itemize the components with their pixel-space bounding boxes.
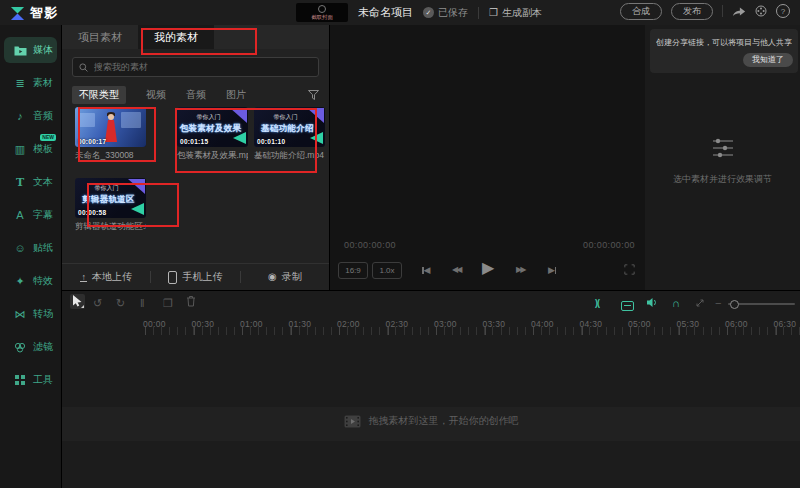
sidebar-item-material[interactable]: ≣ 素材 (4, 70, 57, 96)
search-box[interactable] (72, 57, 319, 77)
logo-icon (10, 6, 25, 21)
sparkle-icon: ✦ (13, 276, 27, 287)
asset-card[interactable]: 带你入门 包装素材及效果 00:01:15 包装素材及效果.mp4 (177, 107, 248, 162)
select-tool-button[interactable] (70, 294, 85, 309)
redo-icon[interactable]: ↻ (116, 296, 125, 310)
canvas-icon[interactable] (621, 300, 634, 314)
share-tooltip: 创建分享链接，可以将项目与他人共享 我知道了 (650, 29, 798, 73)
phone-icon (168, 271, 177, 284)
timeline-zoom-slider[interactable] (728, 303, 795, 305)
filter-video[interactable]: 视频 (146, 88, 166, 102)
cover-thumbnail-icon (318, 5, 326, 13)
duration-badge: 00:01:10 (257, 138, 285, 145)
phone-upload-button[interactable]: 手机上传 (151, 270, 239, 284)
project-title[interactable]: 未命名项目 (358, 5, 413, 20)
inspector-panel: 创建分享链接，可以将项目与他人共享 我知道了 选中素材并进行效果调节 (645, 25, 800, 290)
video-thumbnail-anchor[interactable]: 00:00:17 (75, 107, 146, 147)
zoom-out-icon[interactable]: − (715, 296, 721, 310)
sidebar-item-audio[interactable]: ♪ 音频 (4, 103, 57, 129)
tooltip-text: 创建分享链接，可以将项目与他人共享 (656, 37, 792, 48)
check-icon: ✓ (423, 7, 434, 18)
duplicate-button[interactable]: ❐ 生成副本 (489, 6, 542, 20)
saved-label: 已保存 (438, 6, 468, 20)
undo-icon[interactable]: ↺ (93, 296, 102, 310)
compose-button[interactable]: 合成 (620, 3, 662, 20)
split-icon[interactable]: ‖ (140, 296, 145, 310)
asset-card[interactable]: 带你入门 剪辑器轨道区 00:00:58 剪辑器轨道功能区.mp4 (75, 178, 146, 233)
sort-filter-icon[interactable] (308, 90, 319, 100)
duration-badge: 00:00:17 (78, 138, 106, 145)
asset-name: 未命名_330008 (75, 150, 146, 162)
topbar-actions: 合成 发布 ? (620, 3, 790, 20)
asset-card[interactable]: 00:00:17 未命名_330008 (75, 107, 146, 162)
sidebar: 媒体 ≣ 素材 ♪ 音频 ▥ 模板 NEW T 文本 A 字幕 ☺ 贴纸 ✦ 特 (0, 25, 62, 488)
audio-wave-icon[interactable] (647, 297, 659, 308)
duration-badge: 00:00:58 (78, 209, 106, 216)
filter-circles-icon (13, 342, 27, 353)
sidebar-item-media[interactable]: 媒体 (4, 37, 57, 63)
skip-end-button[interactable]: ▶ (548, 265, 556, 275)
template-icon: ▥ (13, 144, 27, 155)
shortcut-keys-icon[interactable] (695, 298, 705, 308)
speed-button[interactable]: 1.0x (372, 262, 402, 279)
fullscreen-icon[interactable] (624, 264, 635, 275)
upload-icon: ↑ (80, 273, 87, 282)
search-input[interactable] (92, 61, 312, 73)
timeline-ruler[interactable]: 00:00 00:30 01:00 01:30 02:00 02:30 03:0… (62, 317, 800, 335)
filter-audio[interactable]: 音频 (186, 88, 206, 102)
project-header: 截取封面 未命名项目 ✓ 已保存 ❐ 生成副本 (296, 2, 542, 23)
sidebar-item-sticker[interactable]: ☺ 贴纸 (4, 235, 57, 261)
copy-icon: ❐ (489, 8, 498, 18)
timeline-empty-hint: 拖拽素材到这里，开始你的创作吧 (62, 414, 800, 428)
current-timecode: 00:00:00:00 (344, 240, 396, 250)
play-button[interactable]: ▶ (482, 258, 494, 277)
record-button[interactable]: ◉ 录制 (241, 270, 329, 284)
fast-forward-button[interactable]: ▶▶ (516, 265, 524, 274)
sidebar-item-template[interactable]: ▥ 模板 NEW (4, 136, 57, 162)
video-thumbnail-tutorial[interactable]: 带你入门 基础功能介绍 00:01:10 (254, 107, 325, 147)
sidebar-item-transition[interactable]: ⋈ 转场 (4, 301, 57, 327)
layers-icon: ≣ (13, 78, 27, 89)
help-icon[interactable]: ? (776, 4, 790, 18)
inspector-empty-state: 选中素材并进行效果调节 (645, 137, 800, 186)
trim-preview-icon[interactable]: )( (595, 296, 599, 310)
film-reel-icon[interactable] (755, 5, 767, 17)
skip-start-button[interactable]: ◀ (422, 265, 430, 275)
sidebar-item-tools[interactable]: 工具 (4, 367, 57, 393)
publish-button[interactable]: 发布 (671, 3, 713, 20)
record-icon: ◉ (268, 272, 277, 282)
video-thumbnail-tutorial[interactable]: 带你入门 剪辑器轨道区 00:00:58 (75, 178, 146, 218)
sidebar-item-subtitle[interactable]: A 字幕 (4, 202, 57, 228)
zoom-slider-knob[interactable] (730, 300, 739, 309)
capture-cover-button[interactable]: 截取封面 (296, 3, 348, 22)
new-badge: NEW (40, 134, 56, 141)
topbar: 智影 截取封面 未命名项目 ✓ 已保存 ❐ 生成副本 合成 发布 (0, 0, 800, 26)
magnet-icon[interactable]: ∩ (672, 296, 680, 310)
sliders-icon (711, 137, 735, 159)
got-it-button[interactable]: 我知道了 (743, 53, 793, 67)
film-icon (344, 415, 361, 428)
filter-all[interactable]: 不限类型 (72, 86, 126, 104)
sidebar-item-text[interactable]: T 文本 (4, 169, 57, 195)
sidebar-item-effects[interactable]: ✦ 特效 (4, 268, 57, 294)
copy-clip-icon[interactable]: ❐ (163, 296, 173, 310)
video-thumbnail-tutorial[interactable]: 带你入门 包装素材及效果 00:01:15 (177, 107, 248, 147)
tab-project-assets[interactable]: 项目素材 (62, 25, 138, 49)
smiley-icon: ☺ (13, 243, 27, 254)
ruler-ticks (145, 327, 800, 335)
total-timecode: 00:00:00:00 (583, 240, 635, 250)
music-note-icon: ♪ (13, 111, 27, 122)
trash-icon[interactable] (186, 295, 196, 307)
app-logo[interactable]: 智影 (10, 4, 58, 22)
inspector-hint: 选中素材并进行效果调节 (673, 173, 772, 186)
aspect-ratio-button[interactable]: 16:9 (338, 262, 368, 279)
rewind-button[interactable]: ◀◀ (452, 265, 460, 274)
preview-player: 00:00:00:00 00:00:00:00 16:9 1.0x ◀ ◀◀ ▶… (330, 25, 645, 290)
share-icon[interactable] (732, 6, 746, 17)
sidebar-item-filter[interactable]: 滤镜 (4, 334, 57, 360)
tab-my-assets[interactable]: 我的素材 (138, 25, 214, 49)
divider (722, 5, 723, 17)
local-upload-button[interactable]: ↑ 本地上传 (62, 270, 150, 284)
asset-card[interactable]: 带你入门 基础功能介绍 00:01:10 基础功能介绍.mp4 (254, 107, 325, 162)
filter-image[interactable]: 图片 (226, 88, 246, 102)
